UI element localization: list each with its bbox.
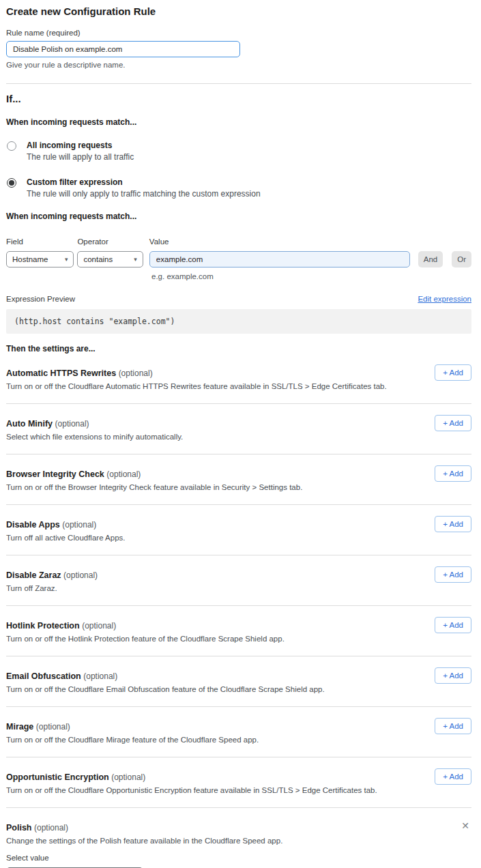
add-button[interactable]: + Add: [435, 566, 471, 583]
value-label: Value: [149, 237, 410, 246]
setting-disable-apps: Disable Apps (optional) Turn off all act…: [6, 505, 471, 555]
add-button[interactable]: + Add: [435, 768, 471, 785]
optional-label: (optional): [55, 419, 89, 429]
setting-name: Opportunistic Encryption: [6, 772, 109, 782]
field-select-value: Hostname: [12, 255, 48, 263]
field-label: Field: [6, 237, 74, 246]
setting-description: Turn on or off the Cloudflare Automatic …: [6, 382, 471, 390]
radio-description: The rule will only apply to traffic matc…: [27, 189, 261, 199]
radio-all-incoming-requests[interactable]: All incoming requests The rule will appl…: [6, 141, 471, 162]
rule-name-label: Rule name (required): [6, 29, 471, 37]
setting-description: Turn on or off the Browser Integrity Che…: [6, 483, 471, 491]
optional-label: (optional): [111, 772, 145, 782]
setting-name: Browser Integrity Check: [6, 469, 104, 479]
setting-name: Hotlink Protection: [6, 621, 80, 631]
value-help: e.g. example.com: [151, 272, 471, 280]
setting-mirage: Mirage (optional) Turn on or off the Clo…: [6, 707, 471, 757]
radio-label: Custom filter expression: [27, 177, 261, 187]
expression-preview-code: (http.host contains "example.com"): [6, 309, 471, 334]
setting-description: Turn on or off the Cloudflare Email Obfu…: [6, 685, 471, 693]
setting-name: Email Obfuscation: [6, 671, 81, 681]
setting-auto-minify: Auto Minify (optional) Select which file…: [6, 404, 471, 454]
setting-name: Disable Apps: [6, 520, 60, 530]
operator-select-value: contains: [83, 255, 113, 263]
and-button[interactable]: And: [418, 251, 443, 267]
radio-selected-icon[interactable]: [7, 178, 16, 188]
close-icon[interactable]: ✕: [461, 821, 469, 830]
optional-label: (optional): [62, 520, 96, 530]
operator-label: Operator: [77, 237, 143, 246]
value-input[interactable]: [149, 251, 410, 267]
setting-description: Turn on or off the Cloudflare Opportunis…: [6, 786, 471, 794]
radio-unselected-icon[interactable]: [7, 141, 16, 151]
setting-name: Polish: [6, 823, 32, 833]
setting-description: Change the settings of the Polish featur…: [6, 837, 471, 845]
expression-builder-row: Field Hostname ▾ Operator contains ▾ Val…: [6, 237, 471, 267]
setting-description: Turn off all active Cloudflare Apps.: [6, 534, 471, 542]
page-title: Create new Configuration Rule: [6, 5, 471, 17]
edit-expression-link[interactable]: Edit expression: [418, 295, 471, 303]
field-select[interactable]: Hostname ▾: [6, 251, 74, 267]
radio-description: The rule will apply to all traffic: [27, 152, 134, 162]
select-value-label: Select value: [6, 854, 471, 862]
setting-name: Automatic HTTPS Rewrites: [6, 368, 116, 378]
setting-description: Turn off Zaraz.: [6, 584, 471, 592]
setting-description: Turn on or off the Hotlink Protection fe…: [6, 635, 471, 643]
optional-label: (optional): [82, 621, 116, 631]
add-button[interactable]: + Add: [435, 364, 471, 381]
rule-name-input[interactable]: [6, 41, 240, 57]
builder-heading: When incoming requests match...: [6, 212, 471, 221]
optional-label: (optional): [63, 570, 98, 580]
optional-label: (optional): [119, 368, 153, 378]
setting-name: Auto Minify: [6, 419, 53, 429]
then-settings-heading: Then the settings are...: [6, 344, 471, 353]
rule-name-help: Give your rule a descriptive name.: [6, 61, 471, 69]
add-button[interactable]: + Add: [435, 718, 471, 734]
optional-label: (optional): [36, 722, 70, 732]
setting-description: Select which file extensions to minify a…: [6, 433, 471, 441]
optional-label: (optional): [106, 469, 141, 479]
setting-polish: Polish (optional) Change the settings of…: [6, 808, 471, 868]
add-button[interactable]: + Add: [435, 415, 471, 431]
setting-email-obfuscation: Email Obfuscation (optional) Turn on or …: [6, 656, 471, 707]
operator-select[interactable]: contains ▾: [77, 251, 143, 267]
setting-name: Mirage: [6, 722, 33, 732]
chevron-down-icon: ▾: [134, 256, 137, 263]
chevron-down-icon: ▾: [65, 256, 68, 263]
divider: [6, 83, 471, 84]
setting-hotlink-protection: Hotlink Protection (optional) Turn on or…: [6, 606, 471, 656]
expression-preview-label: Expression Preview: [6, 295, 75, 303]
optional-label: (optional): [34, 823, 68, 833]
match-heading: When incoming requests match...: [6, 117, 471, 127]
setting-description: Turn on or off the Cloudflare Mirage fea…: [6, 736, 471, 744]
optional-label: (optional): [83, 671, 117, 681]
if-heading: If...: [6, 93, 471, 104]
add-button[interactable]: + Add: [435, 617, 471, 633]
setting-automatic-https-rewrites: Automatic HTTPS Rewrites (optional) Turn…: [6, 353, 471, 404]
add-button[interactable]: + Add: [435, 516, 471, 532]
or-button[interactable]: Or: [452, 251, 471, 267]
add-button[interactable]: + Add: [435, 465, 471, 482]
setting-disable-zaraz: Disable Zaraz (optional) Turn off Zaraz.…: [6, 555, 471, 606]
radio-custom-filter-expression[interactable]: Custom filter expression The rule will o…: [6, 177, 471, 199]
add-button[interactable]: + Add: [435, 667, 471, 684]
setting-opportunistic-encryption: Opportunistic Encryption (optional) Turn…: [6, 757, 471, 808]
setting-name: Disable Zaraz: [6, 570, 61, 580]
setting-browser-integrity-check: Browser Integrity Check (optional) Turn …: [6, 454, 471, 505]
radio-label: All incoming requests: [27, 141, 134, 150]
